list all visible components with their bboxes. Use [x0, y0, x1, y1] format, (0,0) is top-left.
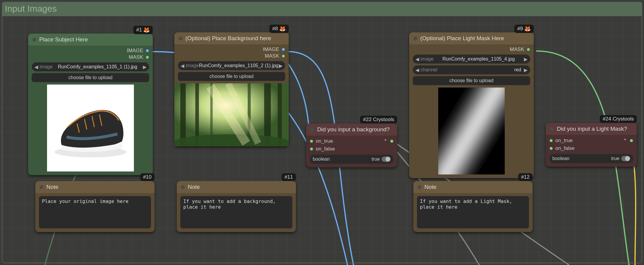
collapse-dot-icon[interactable] [32, 38, 36, 42]
input-port-on-true[interactable] [310, 139, 313, 143]
toggle-value: true [371, 156, 380, 162]
node-title: Note [46, 184, 58, 190]
node-title: (Optional) Place Light Mask Here [420, 35, 504, 42]
input-port-on-false[interactable] [549, 147, 553, 150]
node-header[interactable]: Did you input a Light Mask? [546, 123, 637, 135]
node-header[interactable]: Note [177, 181, 296, 193]
node-badge: #9 [514, 25, 534, 33]
node-header[interactable]: Note [413, 181, 533, 193]
upload-button[interactable]: choose file to upload [413, 76, 530, 85]
toggle-pill-icon[interactable] [621, 156, 630, 161]
widget-value: RunComfy_examples_1105_4.jpg [434, 56, 524, 62]
next-arrow-icon[interactable]: ▶ [524, 67, 528, 73]
node-header[interactable]: (Optional) Place Background here [174, 32, 289, 44]
node-badge: #22 Crystools [360, 116, 397, 124]
node-note-2[interactable]: #11 Note If you want to add a background… [177, 181, 296, 232]
svg-rect-11 [438, 88, 505, 174]
image-selector-widget[interactable]: ◀ image RunComfy_examples_1105_2 (1).jpg… [178, 61, 285, 70]
in-label-on-true: on_true [316, 138, 333, 144]
node-badge: #12 [518, 173, 533, 181]
output-port-star[interactable] [390, 139, 394, 143]
out-label-image: IMAGE [263, 46, 279, 52]
out-label-image: IMAGE [127, 48, 143, 54]
output-port-image[interactable] [146, 49, 149, 52]
input-port-on-false[interactable] [310, 147, 313, 151]
next-arrow-icon[interactable]: ▶ [279, 63, 283, 69]
next-arrow-icon[interactable]: ▶ [524, 56, 528, 62]
output-port-image[interactable] [282, 48, 285, 51]
node-header[interactable]: Place Subject Here [28, 34, 153, 46]
widget-value: RunComfy_examples_1105_1 (1).jpg [53, 64, 143, 70]
node-title: Note [424, 184, 436, 190]
toggle-label: boolean [313, 156, 330, 162]
node-cond-background[interactable]: #22 Crystools Did you input a background… [306, 124, 397, 167]
collapse-dot-icon[interactable] [40, 185, 43, 189]
svg-rect-3 [180, 83, 186, 146]
collapse-dot-icon[interactable] [179, 37, 182, 40]
input-port-on-true[interactable] [549, 139, 553, 142]
out-label-star: * [624, 138, 626, 144]
widget-label: image [186, 63, 199, 68]
prev-arrow-icon[interactable]: ◀ [415, 56, 419, 62]
node-badge: #8 [269, 25, 289, 33]
widget-label: image [421, 56, 434, 62]
preview-lightmask-icon [438, 88, 505, 174]
node-place-subject[interactable]: #1 Place Subject Here IMAGE MASK ◀ image… [28, 34, 153, 175]
upload-button[interactable]: choose file to upload [32, 73, 149, 82]
note-textarea[interactable]: If you want to add a Light Mask, place i… [417, 196, 529, 228]
widget-label: image [40, 64, 53, 70]
node-header[interactable]: (Optional) Place Light Mask Here [409, 32, 534, 44]
image-preview [32, 85, 149, 171]
output-port-mask[interactable] [527, 48, 530, 51]
collapse-dot-icon[interactable] [181, 185, 185, 189]
toggle-label: boolean [552, 156, 569, 161]
node-note-3[interactable]: #12 Note If you want to add a Light Mask… [413, 181, 533, 232]
node-badge: #11 [282, 173, 296, 181]
in-label-on-false: on_false [316, 146, 335, 152]
image-preview [174, 83, 289, 146]
prev-arrow-icon[interactable]: ◀ [180, 63, 185, 69]
node-title: Did you input a background? [317, 126, 390, 133]
collapse-dot-icon[interactable] [413, 37, 417, 40]
output-port-mask[interactable] [146, 55, 149, 59]
prev-arrow-icon[interactable]: ◀ [415, 67, 419, 73]
toggle-pill-icon[interactable] [382, 156, 391, 162]
out-label-mask: MASK [265, 53, 279, 59]
in-label-on-false: on_false [555, 145, 575, 151]
svg-rect-6 [278, 83, 282, 146]
node-badge: #24 Crystools [600, 115, 637, 123]
output-port-mask[interactable] [282, 54, 285, 58]
node-title: Note [188, 184, 200, 190]
image-selector-widget[interactable]: ◀ image RunComfy_examples_1105_4.jpg ▶ [413, 55, 530, 64]
node-badge: #10 [140, 173, 155, 181]
note-textarea[interactable]: If you want to add a background, place i… [180, 196, 292, 228]
toggle-value: true [611, 156, 619, 161]
image-selector-widget[interactable]: ◀ image RunComfy_examples_1105_1 (1).jpg… [32, 62, 149, 71]
node-title: Did you input a Light Mask? [557, 126, 627, 132]
boolean-toggle[interactable]: boolean true [549, 154, 633, 163]
output-port-star[interactable] [630, 139, 633, 142]
image-preview [413, 88, 530, 174]
upload-button[interactable]: choose file to upload [178, 72, 285, 81]
preview-shoe-icon [47, 85, 134, 171]
node-badge: #1 [133, 26, 153, 34]
in-label-on-true: on_true [555, 138, 573, 144]
collapse-dot-icon[interactable] [418, 185, 421, 189]
widget-label: channel [421, 67, 437, 73]
next-arrow-icon[interactable]: ▶ [143, 64, 147, 70]
widget-value: RunComfy_examples_1105_2 (1).jpg [199, 63, 279, 68]
node-header[interactable]: Did you input a background? [306, 124, 397, 135]
node-note-1[interactable]: #10 Note Place your original image here [35, 181, 155, 232]
preview-forest-icon [174, 83, 289, 146]
widget-value: red [437, 67, 524, 73]
boolean-toggle[interactable]: boolean true [310, 155, 394, 164]
node-place-background[interactable]: #8 (Optional) Place Background here IMAG… [174, 32, 289, 146]
collapse-dot-icon[interactable] [310, 128, 314, 132]
channel-selector-widget[interactable]: ◀ channel red ▶ [413, 65, 530, 74]
prev-arrow-icon[interactable]: ◀ [34, 64, 38, 70]
collapse-dot-icon[interactable] [550, 127, 554, 131]
node-header[interactable]: Note [35, 181, 155, 193]
node-place-light-mask[interactable]: #9 (Optional) Place Light Mask Here MASK… [409, 32, 534, 178]
node-cond-lightmask[interactable]: #24 Crystools Did you input a Light Mask… [546, 123, 637, 167]
note-textarea[interactable]: Place your original image here [39, 196, 151, 228]
